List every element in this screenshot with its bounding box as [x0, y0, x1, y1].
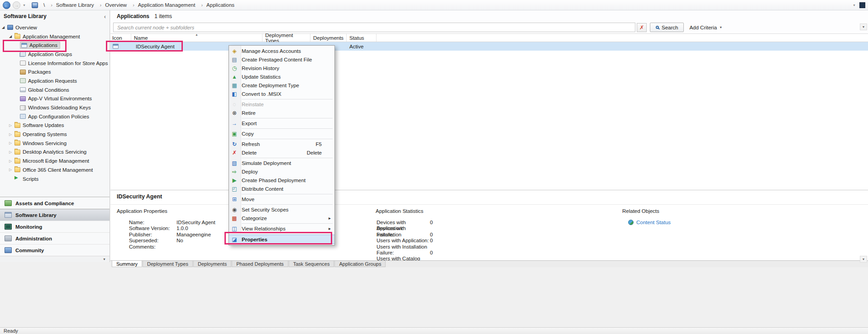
submenu-arrow-icon	[329, 216, 331, 221]
tree-expander-collapsed-icon[interactable]	[9, 150, 14, 154]
sidebar-nav-community[interactable]: Community	[0, 244, 110, 256]
menu-item-convert-to-msix[interactable]: Convert to .MSIX	[229, 89, 334, 98]
menu-item-deploy[interactable]: Deploy	[229, 167, 334, 176]
sidebar-nav-administration[interactable]: Administration	[0, 232, 110, 244]
column-header-name[interactable]: Name	[131, 34, 262, 42]
toolbar-chevron-down-icon[interactable]	[853, 4, 856, 7]
sidebar-item-microsoft-edge-management[interactable]: Microsoft Edge Management	[0, 156, 110, 165]
search-icon	[656, 26, 659, 29]
sidebar-item-desktop-analytics-servicing[interactable]: Desktop Analytics Servicing	[0, 148, 110, 157]
search-input[interactable]	[113, 23, 635, 32]
menu-item-manage-access-accounts[interactable]: Manage Access Accounts	[229, 47, 334, 55]
breadcrumb-item-applications[interactable]: Applications	[197, 2, 234, 8]
sidebar-item-windows-servicing[interactable]: Windows Servicing	[0, 139, 110, 148]
tab-task-sequences[interactable]: Task Sequences	[289, 261, 334, 267]
sidebar-collapse-icon[interactable]	[104, 14, 106, 19]
column-header-icon[interactable]: Icon	[110, 34, 131, 42]
sidebar-item-app-v-virtual-environments[interactable]: App-V Virtual Environments	[0, 94, 110, 103]
menu-item-revision-history[interactable]: Revision History	[229, 64, 334, 72]
statistic-row: Failure: 0	[376, 232, 584, 238]
sidebar-nav-monitoring[interactable]: Monitoring	[0, 221, 110, 232]
breadcrumb-item-overview[interactable]: Overview	[96, 2, 127, 8]
menu-item-set-security-scopes[interactable]: Set Security Scopes	[229, 205, 334, 214]
sidebar-item-applications[interactable]: Applications	[0, 41, 110, 50]
menu-item-create-phased-deployment[interactable]: Create Phased Deployment	[229, 176, 334, 184]
tree-expander-expanded-icon[interactable]	[2, 25, 7, 29]
menu-item-view-relationships[interactable]: View Relationships	[229, 224, 334, 233]
menu-item-simulate-deployment[interactable]: Simulate Deployment	[229, 159, 334, 167]
add-criteria-button[interactable]: Add Criteria	[689, 25, 722, 30]
menu-item-categorize[interactable]: Categorize	[229, 214, 334, 222]
refresh-icon	[231, 141, 238, 148]
sidebar-item-scripts[interactable]: Scripts	[0, 174, 110, 183]
nav-label: Monitoring	[15, 224, 42, 230]
menu-item-export[interactable]: Export	[229, 119, 334, 127]
tree-expander-collapsed-icon[interactable]	[9, 159, 14, 163]
sidebar-item-overview[interactable]: Overview	[0, 23, 110, 32]
view-relationships-icon	[231, 225, 238, 232]
tab-deployments[interactable]: Deployments	[193, 261, 231, 267]
scroll-down-icon[interactable]	[860, 256, 867, 263]
breadcrumb-root[interactable]: \	[43, 2, 45, 8]
sidebar-item-packages[interactable]: Packages	[0, 67, 110, 76]
tree-expander-collapsed-icon[interactable]	[9, 141, 14, 145]
menu-shortcut: Delete	[307, 150, 322, 155]
tree-expander-collapsed-icon[interactable]	[9, 132, 14, 136]
nav-customize-chevron-icon[interactable]	[0, 256, 110, 262]
search-button[interactable]: Search	[650, 23, 684, 32]
tab-summary[interactable]: Summary	[112, 261, 142, 267]
sidebar-item-license-information-for-store-apps[interactable]: License Information for Store Apps	[0, 59, 110, 68]
content-status-link[interactable]: Content Status	[636, 220, 671, 225]
forward-button[interactable]	[13, 1, 20, 9]
menu-item-properties[interactable]: Properties	[229, 235, 334, 244]
menu-item-distribute-content[interactable]: Distribute Content	[229, 184, 334, 193]
history-dropdown-icon[interactable]	[23, 4, 26, 7]
menu-item-label: Update Statistics	[242, 74, 281, 80]
tab-deployment-types[interactable]: Deployment Types	[143, 261, 193, 267]
menu-item-label: Manage Access Accounts	[242, 48, 301, 54]
page-title: Applications 1 items	[117, 13, 172, 19]
column-header-deployments[interactable]: Deployments	[310, 34, 347, 42]
table-row[interactable]: IDSecurity Agent Active	[110, 42, 868, 51]
tree-expander-collapsed-icon[interactable]	[9, 168, 14, 172]
column-header-deployment-types[interactable]: Deployment Types	[262, 34, 310, 42]
tab-application-groups[interactable]: Application Groups	[334, 261, 386, 267]
packages-icon	[20, 70, 26, 75]
sidebar-item-office-365-client-management[interactable]: Office 365 Client Management	[0, 165, 110, 174]
sidebar-nav-assets-and-compliance[interactable]: Assets and Compliance	[0, 197, 110, 209]
menu-item-delete[interactable]: Delete Delete	[229, 148, 334, 157]
sidebar-header: Software Library	[0, 10, 110, 22]
collapse-search-chevron-icon[interactable]	[860, 24, 867, 30]
sidebar-item-app-configuration-policies[interactable]: App Configuration Policies	[0, 112, 110, 121]
menu-item-move[interactable]: Move	[229, 195, 334, 203]
sidebar-item-software-updates[interactable]: Software Updates	[0, 121, 110, 130]
sidebar-item-operating-systems[interactable]: Operating Systems	[0, 130, 110, 139]
menu-item-retire[interactable]: Retire	[229, 108, 334, 117]
back-button[interactable]	[3, 1, 10, 9]
status-text: Ready	[4, 328, 18, 334]
menu-item-update-statistics[interactable]: Update Statistics	[229, 72, 334, 81]
sidebar-item-global-conditions[interactable]: Global Conditions	[0, 85, 110, 94]
tree-expander-expanded-icon[interactable]	[9, 34, 14, 38]
application-row-icon	[113, 44, 119, 49]
menu-item-copy[interactable]: Copy	[229, 129, 334, 138]
sidebar-item-application-requests[interactable]: Application Requests	[0, 76, 110, 85]
menu-item-refresh[interactable]: Refresh F5	[229, 140, 334, 148]
tree-expander-collapsed-icon[interactable]	[9, 123, 14, 127]
nav-label: Software Library	[15, 212, 57, 218]
statistic-value: 0	[430, 220, 433, 226]
sidebar-item-application-management[interactable]: Application Management	[0, 32, 110, 41]
breadcrumb-item-application-management[interactable]: Application Management	[129, 2, 195, 8]
sidebar-item-application-groups[interactable]: Application Groups	[0, 50, 110, 59]
clear-search-icon[interactable]	[637, 23, 647, 32]
sidebar-item-windows-sideloading-keys[interactable]: Windows Sideloading Keys	[0, 103, 110, 112]
menu-item-create-prestaged-content-file[interactable]: Create Prestaged Content File	[229, 55, 334, 64]
property-value: IDSecurity Agent	[176, 220, 215, 226]
create-phased-deployment-icon	[231, 177, 238, 184]
breadcrumb-item-software-library[interactable]: Software Library	[47, 2, 94, 8]
menu-item-create-deployment-type[interactable]: Create Deployment Type	[229, 81, 334, 89]
menu-separator	[242, 234, 333, 234]
tab-phased-deployments[interactable]: Phased Deployments	[232, 261, 288, 267]
column-header-status[interactable]: Status	[347, 34, 377, 42]
sidebar-nav-software-library[interactable]: Software Library	[0, 209, 110, 221]
